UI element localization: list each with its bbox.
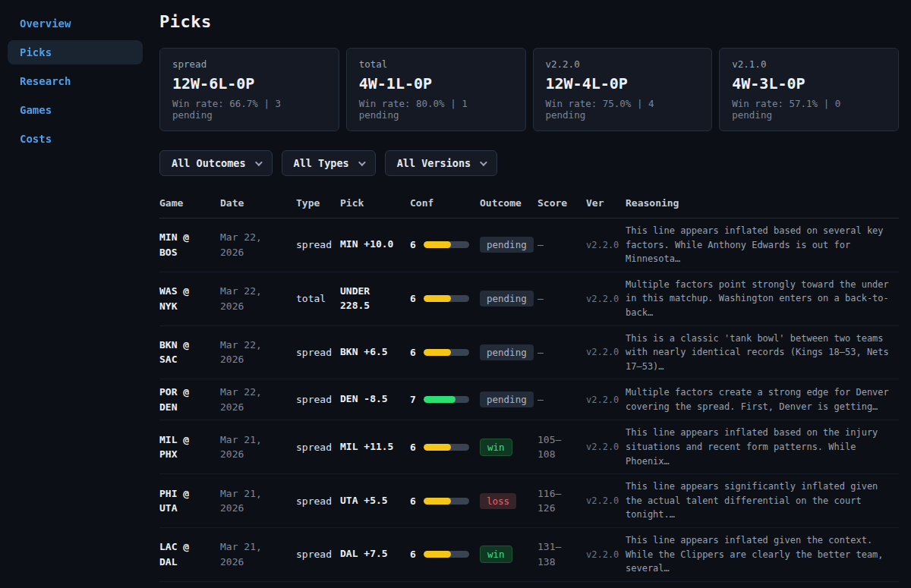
score-cell: 131–138 [537,539,586,569]
score-cell: – [537,392,586,407]
confidence-cell: 6 [410,293,480,304]
outcomes-filter-label: All Outcomes [172,157,246,169]
confidence-value: 6 [410,293,416,304]
confidence-meter: 7 [410,394,474,405]
confidence-meter: 6 [410,293,474,304]
date-cell: Mar 22, 2026 [220,338,296,367]
filter-bar: All Outcomes All Types All Versions [159,150,899,176]
outcome-cell: pending [480,291,537,307]
confidence-cell: 6 [410,442,480,453]
confidence-meter: 6 [410,239,474,250]
confidence-bar-fill [424,295,451,302]
sidebar-item-research[interactable]: Research [8,69,143,93]
score-cell: – [537,291,586,307]
table-row[interactable]: POR @ DEN Mar 22, 2026 spread DEN -8.5 7… [159,379,899,420]
outcome-cell: pending [480,391,537,407]
reasoning-cell: Multiple factors point strongly toward t… [626,278,899,320]
reasoning-cell: This line appears significantly inflated… [626,480,899,522]
version-cell: v2.2.0 [586,442,626,452]
table-header: Game Date Type Pick Conf Outcome Score V… [159,191,899,219]
confidence-bar-fill [424,498,451,505]
table-row[interactable]: WAS @ NYK Mar 22, 2026 total UNDER 228.5… [159,272,899,326]
pick-cell: BKN +6.5 [340,345,410,360]
score-cell: – [537,345,586,360]
confidence-bar-fill [424,349,451,356]
outcome-badge: pending [480,344,534,360]
table-row[interactable]: MIN @ BOS Mar 22, 2026 spread MIN +10.0 … [159,219,899,272]
stat-card-v2-1-0: v2.1.0 4W-3L-0P Win rate: 57.1% | 0 pend… [719,48,899,131]
outcomes-filter-dropdown[interactable]: All Outcomes [159,150,273,176]
stat-card-label: total [359,58,513,70]
date-cell: Mar 21, 2026 [220,432,296,462]
outcome-badge: pending [480,291,534,307]
column-header-ver: Ver [586,197,626,209]
game-cell: WAS @ NYK [159,284,220,313]
chevron-down-icon [480,159,487,166]
table-row[interactable]: MIA @ HOU Mar 21, 2026 spread MIA +3.0 6… [159,582,899,588]
confidence-value: 6 [410,442,416,453]
stat-card-record: 12W-4L-0P [546,74,700,93]
outcome-cell: win [480,546,537,563]
type-cell: total [296,293,340,304]
stat-card-spread: spread 12W-6L-0P Win rate: 66.7% | 3 pen… [159,48,339,131]
confidence-value: 6 [410,347,416,358]
confidence-meter: 6 [410,549,474,560]
score-cell: 116–126 [537,486,586,516]
outcome-cell: win [480,439,537,456]
table-body: MIN @ BOS Mar 22, 2026 spread MIN +10.0 … [159,219,899,588]
version-cell: v2.2.0 [586,240,626,250]
column-header-pick: Pick [340,197,410,209]
sidebar-item-costs[interactable]: Costs [8,127,143,151]
game-cell: POR @ DEN [159,385,220,414]
date-cell: Mar 22, 2026 [220,284,296,313]
game-cell: LAC @ DAL [159,539,220,569]
outcome-cell: pending [480,237,537,253]
reasoning-cell: Multiple factors create a strong edge fo… [626,385,899,413]
types-filter-dropdown[interactable]: All Types [282,150,376,176]
versions-filter-dropdown[interactable]: All Versions [385,150,498,176]
game-cell: PHI @ UTA [159,486,220,516]
confidence-bar [424,498,469,505]
score-cell: 105–108 [537,432,586,462]
confidence-bar-fill [424,444,451,451]
table-row[interactable]: LAC @ DAL Mar 21, 2026 spread DAL +7.5 6… [159,528,899,582]
chevron-down-icon [358,159,366,166]
date-cell: Mar 21, 2026 [220,486,296,516]
version-cell: v2.2.0 [586,395,626,405]
stat-card-subtext: Win rate: 75.0% | 4 pending [546,98,700,121]
types-filter-label: All Types [294,157,349,169]
stat-card-record: 4W-3L-0P [732,74,886,93]
chevron-down-icon [255,159,263,166]
pick-cell: MIL +11.5 [340,440,410,454]
pick-cell: UTA +5.5 [340,494,410,508]
type-cell: spread [296,549,340,560]
reasoning-cell: This line appears inflated based on the … [626,426,899,468]
table-row[interactable]: PHI @ UTA Mar 21, 2026 spread UTA +5.5 6… [159,474,899,528]
table-row[interactable]: MIL @ PHX Mar 21, 2026 spread MIL +11.5 … [159,420,899,474]
stat-card-label: v2.1.0 [732,58,886,70]
stat-card-subtext: Win rate: 57.1% | 0 pending [732,98,886,121]
table-row[interactable]: BKN @ SAC Mar 22, 2026 spread BKN +6.5 6… [159,326,899,380]
sidebar-item-picks[interactable]: Picks [8,40,143,64]
version-cell: v2.2.0 [586,495,626,506]
confidence-cell: 6 [410,549,480,560]
confidence-meter: 6 [410,347,474,358]
sidebar-item-overview[interactable]: Overview [8,11,143,36]
confidence-meter: 6 [410,495,474,507]
confidence-cell: 6 [410,495,480,507]
confidence-value: 7 [410,394,416,405]
sidebar-item-games[interactable]: Games [8,98,143,122]
column-header-reasoning: Reasoning [626,197,899,209]
column-header-outcome: Outcome [480,197,537,209]
confidence-bar-fill [424,551,451,558]
versions-filter-label: All Versions [397,157,471,169]
page-title: Picks [159,12,899,31]
date-cell: Mar 22, 2026 [220,385,296,414]
outcome-cell: loss [480,493,537,509]
reasoning-cell: This line appears inflated based on seve… [626,224,899,266]
sidebar: Overview Picks Research Games Costs [0,0,150,167]
version-cell: v2.2.0 [586,294,626,304]
column-header-conf: Conf [410,197,480,209]
stat-card-subtext: Win rate: 66.7% | 3 pending [172,98,326,121]
column-header-type: Type [296,197,340,209]
